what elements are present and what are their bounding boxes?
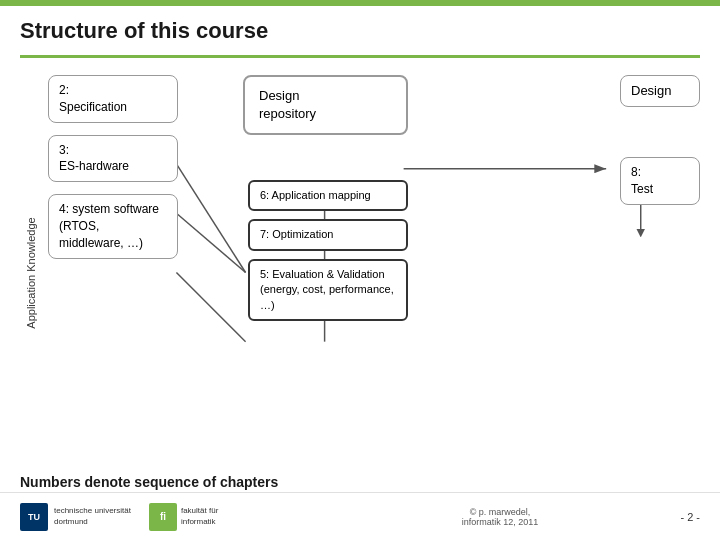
tu-logo-icon: TU xyxy=(20,503,48,531)
fi-logo-text: fakultät für informatik xyxy=(181,506,218,527)
bottom-note: Numbers denote sequence of chapters xyxy=(20,474,278,490)
box-design-repository-container: Design repository xyxy=(243,75,408,135)
fi-logo: fi fakultät für informatik xyxy=(149,503,218,531)
header: Structure of this course xyxy=(20,6,700,56)
box-evaluation: 5: Evaluation & Validation (energy, cost… xyxy=(248,259,408,321)
footer: TU technische universität dortmund fi fa… xyxy=(0,492,720,540)
footer-page-number: - 2 - xyxy=(660,511,700,523)
left-column: 2: Specification 3: ES-hardware 4: syste… xyxy=(48,75,178,259)
page-title: Structure of this course xyxy=(20,18,268,44)
box-test: 8: Test xyxy=(620,157,700,205)
right-column: Design 8: Test xyxy=(620,75,700,205)
svg-line-2 xyxy=(176,273,245,342)
svg-line-1 xyxy=(176,213,245,272)
box-design-repository: Design repository xyxy=(243,75,408,135)
vertical-label: Application Knowledge xyxy=(20,95,42,450)
footer-copyright: © p. marwedel, informatik 12, 2011 xyxy=(340,507,660,527)
tu-logo-text: technische universität dortmund xyxy=(54,506,131,527)
diagram: 2: Specification 3: ES-hardware 4: syste… xyxy=(48,65,700,480)
tu-logo: TU technische universität dortmund xyxy=(20,503,131,531)
box-specification: 2: Specification xyxy=(48,75,178,123)
main-content: Application Knowledge xyxy=(20,65,700,480)
footer-logos: TU technische universität dortmund fi fa… xyxy=(20,503,340,531)
box-system-software: 4: system software (RTOS, middleware, …) xyxy=(48,194,178,258)
box-design: Design xyxy=(620,75,700,107)
divider-line xyxy=(20,55,700,58)
box-optimization: 7: Optimization xyxy=(248,219,408,250)
box-app-mapping: 6: Application mapping xyxy=(248,180,408,211)
svg-line-0 xyxy=(176,164,245,273)
box-es-hardware: 3: ES-hardware xyxy=(48,135,178,183)
fi-logo-icon: fi xyxy=(149,503,177,531)
center-bottom-boxes: 6: Application mapping 7: Optimization 5… xyxy=(248,180,408,321)
